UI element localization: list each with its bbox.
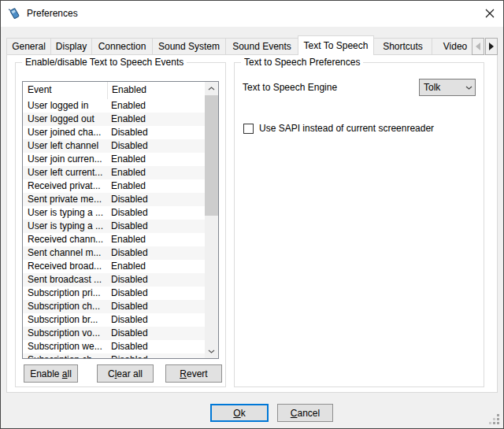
label-mnemonic: O [233,408,240,419]
table-row[interactable]: Subscription ch... Disabled [23,353,205,358]
titlebar[interactable]: Preferences [1,1,503,27]
label-mnemonic: a [62,368,68,379]
preferences-dialog: Preferences General Display Connection S… [0,0,504,429]
event-cell: Subscription br... [23,313,107,327]
enabled-cell: Disabled [107,327,148,340]
event-cell: Sent channel m... [23,246,107,260]
table-row[interactable]: User joined cha... Disabled [23,126,205,139]
revert-button[interactable]: Revert [165,364,222,383]
chevron-up-icon [208,87,215,91]
table-row[interactable]: User left channel Disabled [23,139,205,153]
window-title: Preferences [27,8,78,19]
table-row[interactable]: Sent private me... Disabled [23,193,205,206]
tab-display[interactable]: Display [50,38,92,55]
triangle-left-icon [475,43,481,50]
enabled-cell: Disabled [107,313,148,327]
cancel-button[interactable]: Cancel [277,404,333,422]
engine-label: Text to Speech Engine [243,82,337,93]
tab-shortcuts[interactable]: Shortcuts [373,38,432,55]
event-cell: Received chann... [23,233,107,246]
enabled-cell: Enabled [107,233,146,246]
enable-all-button[interactable]: Enable all [24,364,78,383]
tab-strip: General Display Connection Sound System … [6,35,498,55]
table-row[interactable]: Sent broadcast ... Disabled [23,273,205,287]
sapi-checkbox-label[interactable]: Use SAPI instead of current screenreader [259,123,434,134]
event-cell: Sent broadcast ... [23,273,107,287]
event-cell: Received privat... [23,179,107,193]
enabled-cell: Disabled [107,126,148,139]
table-row[interactable]: User is typing a ... Disabled [23,220,205,233]
event-cell: User is typing a ... [23,220,107,233]
sapi-checkbox-row[interactable]: Use SAPI instead of current screenreader [243,123,434,134]
label-post: evert [187,368,208,379]
enabled-cell: Enabled [107,99,146,113]
event-cell: User join curren... [23,153,107,166]
label-pre: Enable [30,368,62,379]
event-cell: User joined cha... [23,126,107,139]
table-row[interactable]: Received privat... Enabled [23,179,205,193]
tab-connection[interactable]: Connection [91,38,153,55]
enabled-cell: Enabled [107,113,146,126]
event-cell: Received broad... [23,260,107,273]
table-row[interactable]: User left current... Enabled [23,166,205,179]
column-header-event[interactable]: Event [23,82,108,99]
label-post: ear all [117,368,143,379]
tab-scroll-right-button[interactable] [485,38,498,55]
tab-sound-events[interactable]: Sound Events [225,38,298,55]
enabled-cell: Disabled [107,246,148,260]
tab-scroll-left-button[interactable] [472,38,484,55]
label-post: k [241,408,246,419]
event-cell: Subscription pri... [23,287,107,300]
tab-scroller [472,38,498,55]
enabled-cell: Disabled [107,287,148,300]
list-rows: User logged in Enabled User logged out E… [23,99,205,358]
enabled-cell: Disabled [107,353,148,358]
scroll-down-button[interactable] [205,345,218,358]
list-scrollbar[interactable] [205,82,218,358]
tab-text-to-speech[interactable]: Text To Speech [298,35,374,55]
resize-grip[interactable] [489,414,500,425]
tts-preferences-group: Text to Speech Preferences Text to Speec… [234,62,484,387]
enabled-cell: Disabled [107,220,148,233]
enabled-cell: Disabled [107,273,148,287]
enabled-cell: Enabled [107,260,146,273]
ok-button[interactable]: Ok [210,404,269,422]
close-button[interactable] [480,5,499,22]
event-cell: Sent private me... [23,193,107,206]
table-row[interactable]: Received broad... Enabled [23,260,205,273]
table-row[interactable]: User logged in Enabled [23,99,205,113]
event-cell: User logged in [23,99,107,113]
tts-engine-combobox[interactable]: Tolk [419,79,476,96]
chevron-down-icon [208,349,215,353]
table-row[interactable]: Subscription pri... Disabled [23,287,205,300]
text-to-speech-page: Enable/disable Text to Speech Events Eve… [6,54,498,393]
event-cell: Subscription vo... [23,327,107,340]
enabled-cell: Disabled [107,300,148,313]
scroll-up-button[interactable] [205,82,218,95]
table-row[interactable]: Sent channel m... Disabled [23,246,205,260]
tab-general[interactable]: General [6,38,51,55]
list-header[interactable]: Event Enabled [23,82,218,100]
table-row[interactable]: Subscription we... Disabled [23,340,205,353]
tts-events-group-title: Enable/disable Text to Speech Events [22,57,187,68]
tab-sound-system[interactable]: Sound System [152,38,226,55]
column-header-enabled[interactable]: Enabled [108,82,146,99]
table-row[interactable]: Subscription vo... Disabled [23,327,205,340]
table-row[interactable]: Received chann... Enabled [23,233,205,246]
enabled-cell: Disabled [107,139,148,153]
event-cell: Subscription we... [23,340,107,353]
sapi-checkbox[interactable] [243,124,254,134]
clear-all-button[interactable]: Clear all [97,364,154,383]
enabled-cell: Enabled [107,179,146,193]
table-row[interactable]: User join curren... Enabled [23,153,205,166]
table-row[interactable]: User logged out Enabled [23,113,205,126]
enabled-cell: Disabled [107,340,148,353]
table-row[interactable]: Subscription ch... Disabled [23,300,205,313]
label-post: ancel [297,408,320,419]
tts-preferences-group-title: Text to Speech Preferences [241,57,363,68]
event-cell: Subscription ch... [23,353,107,358]
table-row[interactable]: Subscription br... Disabled [23,313,205,327]
table-row[interactable]: User is typing a ... Disabled [23,206,205,220]
scrollbar-thumb[interactable] [205,95,218,216]
enabled-cell: Enabled [107,153,146,166]
